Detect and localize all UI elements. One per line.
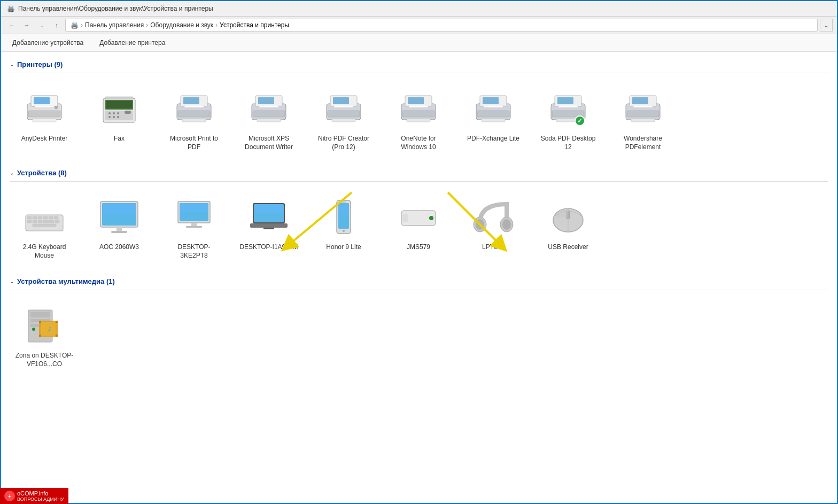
multimedia-grid: ♪ Zona on DESKTOP-VF1O6...CO: [10, 296, 828, 382]
watermark-subtext: ВОПРОСЫ АДМИНУ: [17, 497, 64, 502]
add-printer-button[interactable]: Добавление принтера: [92, 36, 172, 49]
svg-point-112: [32, 328, 35, 331]
keyboard-label: 2.4G Keyboard Mouse: [14, 243, 74, 260]
device-usb[interactable]: USB Receiver: [533, 191, 603, 265]
device-zona[interactable]: ♪ Zona on DESKTOP-VF1O6...CO: [10, 300, 79, 373]
device-ms-pdf[interactable]: Microsoft Print to PDF: [159, 83, 229, 156]
svg-rect-34: [328, 111, 360, 117]
soda-label: Soda PDF Desktop 12: [538, 135, 598, 151]
default-printer-badge: ✓: [575, 115, 585, 126]
svg-rect-40: [402, 111, 434, 117]
svg-rect-48: [484, 105, 503, 107]
device-soda[interactable]: ✓ Soda PDF Desktop 12: [533, 83, 603, 156]
svg-rect-77: [33, 224, 56, 227]
watermark-text: oCOMP.info ВОПРОСЫ АДМИНУ: [17, 490, 64, 502]
device-honor[interactable]: Honor 9 Lite: [309, 191, 378, 265]
honor-label: Honor 9 Lite: [326, 243, 361, 252]
svg-rect-109: [30, 312, 50, 317]
honor-icon: [322, 196, 365, 239]
svg-rect-75: [43, 220, 54, 223]
device-wondershare[interactable]: Wondershare PDFelement: [608, 83, 678, 156]
wondershare-label: Wondershare PDFelement: [613, 135, 673, 151]
breadcrumb-devices[interactable]: Устройства и принтеры: [220, 21, 289, 29]
anydesk-label: AnyDesk Printer: [21, 135, 68, 143]
svg-rect-116: [39, 335, 41, 337]
device-aoc[interactable]: AOC 2060W3: [84, 191, 154, 265]
svg-rect-23: [182, 119, 206, 122]
printers-grid: AnyDesk Printer: [10, 79, 828, 165]
device-nitro[interactable]: Nitro PDF Creator (Pro 12): [309, 83, 378, 156]
breadcrumb-hardware[interactable]: Оборудование и звук: [150, 21, 213, 29]
device-jms[interactable]: JMS579: [384, 191, 453, 265]
zona-label: Zona on DESKTOP-VF1O6...CO: [14, 352, 74, 368]
device-ms-xps[interactable]: Microsoft XPS Document Writer: [234, 83, 304, 156]
multimedia-section-title: Устройства мультимедиа (1): [17, 277, 115, 285]
breadcrumb-control-panel[interactable]: Панель управления: [85, 21, 144, 29]
svg-rect-80: [102, 203, 136, 214]
device-keyboard[interactable]: 2.4G Keyboard Mouse: [10, 191, 79, 265]
usb-label: USB Receiver: [548, 243, 588, 252]
multimedia-section-header[interactable]: ⌄ Устройства мультимедиа (1): [10, 273, 828, 289]
ms-pdf-label: Microsoft Print to PDF: [164, 135, 224, 151]
svg-rect-114: [39, 321, 41, 323]
svg-rect-47: [482, 119, 505, 122]
svg-rect-82: [111, 231, 127, 233]
up-button[interactable]: ↑: [50, 19, 63, 32]
svg-rect-85: [180, 203, 208, 212]
svg-point-12: [113, 112, 115, 114]
recent-button[interactable]: ⌄: [35, 19, 48, 32]
forward-button[interactable]: →: [20, 19, 33, 32]
zona-icon: ♪: [23, 305, 66, 347]
printers-section-header[interactable]: ⌄ Принтеры (9): [10, 56, 828, 72]
watermark: + oCOMP.info ВОПРОСЫ АДМИНУ: [0, 488, 68, 504]
svg-rect-9: [106, 101, 132, 108]
svg-rect-76: [55, 220, 59, 223]
lpt-label: LPT660: [482, 243, 505, 252]
svg-rect-86: [191, 223, 197, 226]
svg-rect-74: [38, 220, 42, 223]
device-onenote[interactable]: OneNote for Windows 10: [384, 83, 453, 156]
anydesk-icon: [23, 88, 66, 130]
ms-xps-icon: [247, 88, 290, 130]
svg-point-11: [108, 112, 111, 114]
svg-rect-115: [56, 321, 58, 323]
nav-dropdown-button[interactable]: ⌄: [820, 19, 833, 32]
svg-rect-71: [54, 216, 58, 219]
back-button[interactable]: ←: [5, 19, 18, 32]
svg-rect-100: [402, 214, 408, 222]
svg-rect-39: [408, 97, 424, 104]
usb-icon: [547, 196, 589, 239]
onenote-icon: [397, 88, 440, 130]
svg-rect-24: [184, 105, 204, 107]
nav-bar: ← → ⌄ ↑ 🖨️ › Панель управления › Оборудо…: [1, 17, 837, 34]
svg-rect-41: [407, 119, 430, 122]
device-fax[interactable]: Fax: [84, 83, 154, 156]
device-desktop2[interactable]: DESKTOP-I1A907M: [234, 191, 304, 265]
lpt-icon: [472, 196, 515, 239]
svg-rect-73: [33, 220, 37, 223]
pdfxchange-icon: [472, 88, 515, 130]
keyboard-icon: [23, 196, 66, 239]
desktop1-icon: [173, 196, 215, 239]
devices-grid: 2.4G Keyboard Mouse: [10, 187, 828, 273]
devices-section-header[interactable]: ⌄ Устройства (8): [10, 165, 828, 180]
svg-rect-60: [633, 105, 653, 107]
svg-rect-30: [259, 105, 278, 107]
device-lpt[interactable]: LPT660: [459, 191, 528, 265]
printers-section-title: Принтеры (9): [17, 60, 63, 68]
svg-rect-17: [105, 97, 133, 99]
device-desktop1[interactable]: DESKTOP-3KE2PT8: [159, 191, 229, 265]
svg-point-6: [55, 106, 58, 109]
device-anydesk[interactable]: AnyDesk Printer: [10, 83, 79, 156]
device-pdfxchange[interactable]: PDF-Xchange Lite: [459, 83, 528, 156]
jms-label: JMS579: [407, 243, 430, 252]
svg-rect-117: [56, 335, 58, 337]
svg-rect-22: [178, 111, 210, 117]
add-device-button[interactable]: Добавление устройства: [5, 36, 90, 49]
svg-rect-18: [125, 111, 131, 114]
svg-point-102: [476, 219, 484, 230]
svg-rect-92: [263, 228, 274, 229]
svg-rect-42: [409, 105, 428, 107]
fax-icon: [98, 88, 141, 130]
svg-rect-90: [254, 204, 284, 213]
